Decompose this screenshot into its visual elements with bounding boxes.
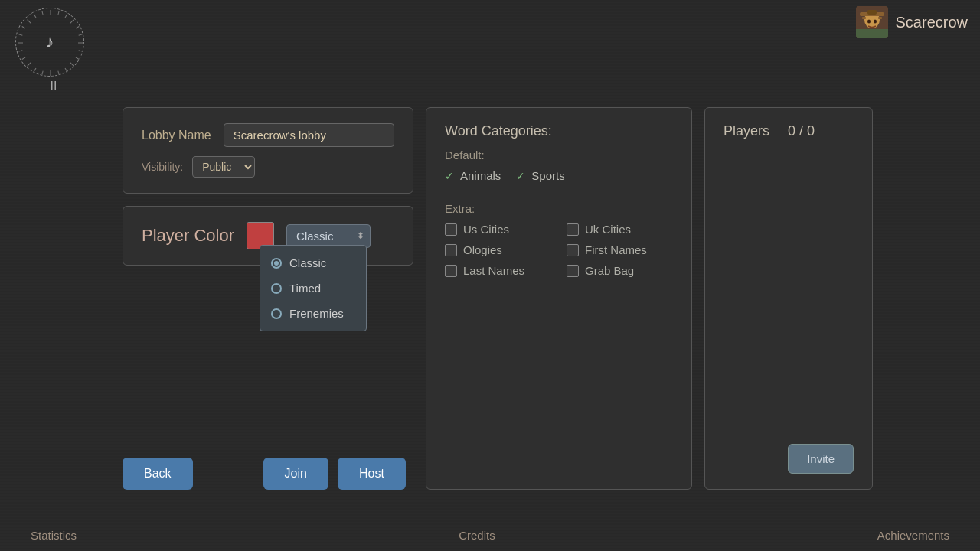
- category-animals-label: Animals: [460, 169, 501, 182]
- category-ologies: Ologies: [445, 243, 551, 256]
- svg-line-24: [28, 62, 31, 66]
- category-sports-label: Sports: [531, 169, 564, 182]
- mode-frenemies-label: Frenemies: [289, 307, 344, 320]
- music-circle[interactable]: ♪: [15, 8, 84, 77]
- main-area: Lobby Name Visibility: Public Private Pl…: [122, 107, 873, 490]
- us-cities-label: Us Cities: [463, 223, 509, 236]
- lobby-panel: Lobby Name Visibility: Public Private: [122, 107, 413, 194]
- lobby-name-label: Lobby Name: [142, 129, 211, 142]
- radio-frenemies: [271, 308, 282, 319]
- mode-option-classic-item[interactable]: Classic: [260, 250, 366, 276]
- category-uk-cities: Uk Cities: [567, 223, 673, 236]
- svg-line-31: [34, 15, 37, 18]
- extra-categories-grid: Us Cities Uk Cities Ologies First Names …: [445, 223, 673, 277]
- svg-line-10: [58, 11, 59, 15]
- lobby-name-input[interactable]: [224, 123, 394, 147]
- right-panel: Players 0 / 0 Invite: [704, 107, 873, 490]
- category-us-cities: Us Cities: [445, 223, 551, 236]
- svg-rect-3: [878, 17, 882, 19]
- default-label: Default:: [445, 148, 673, 161]
- visibility-select[interactable]: Public Private: [192, 156, 255, 178]
- svg-line-12: [70, 20, 74, 24]
- visibility-label: Visibility:: [142, 161, 183, 173]
- music-player[interactable]: ♪ II: [15, 8, 92, 99]
- svg-line-30: [28, 20, 31, 24]
- checkbox-ologies[interactable]: [445, 244, 457, 256]
- svg-line-17: [76, 57, 79, 60]
- visibility-row: Visibility: Public Private: [142, 156, 394, 178]
- svg-rect-7: [867, 10, 877, 15]
- svg-line-16: [79, 51, 83, 51]
- default-categories: ✓ Animals ✓ Sports: [445, 169, 673, 188]
- svg-line-32: [42, 11, 43, 15]
- players-title: Players: [724, 123, 769, 139]
- svg-rect-2: [862, 17, 866, 19]
- back-button[interactable]: Back: [122, 458, 193, 490]
- statistics-link[interactable]: Statistics: [31, 529, 77, 542]
- grab-bag-label: Grab Bag: [585, 264, 634, 277]
- svg-rect-8: [856, 29, 888, 38]
- svg-line-23: [34, 68, 37, 71]
- buttons-row: Back Join Host: [122, 458, 413, 490]
- word-categories-title: Word Categories:: [445, 123, 673, 139]
- credits-link[interactable]: Credits: [459, 529, 495, 542]
- first-names-label: First Names: [585, 243, 647, 256]
- radio-timed: [271, 283, 282, 294]
- svg-point-4: [867, 20, 871, 24]
- category-sports: ✓ Sports: [516, 169, 564, 182]
- player-color-label: Player Color: [142, 226, 234, 246]
- checkbox-last-names[interactable]: [445, 265, 457, 277]
- svg-line-25: [22, 57, 25, 60]
- players-header: Players 0 / 0: [724, 123, 854, 139]
- svg-line-29: [22, 27, 25, 29]
- svg-line-22: [42, 71, 43, 75]
- username-label: Scarecrow: [896, 14, 968, 31]
- mode-option-timed-item[interactable]: Timed: [260, 276, 366, 301]
- svg-line-19: [65, 68, 67, 71]
- category-animals: ✓ Animals: [445, 169, 501, 182]
- svg-line-28: [18, 34, 22, 35]
- word-categories-panel: Word Categories: Default: ✓ Animals ✓ Sp…: [426, 107, 692, 490]
- host-button[interactable]: Host: [338, 458, 406, 490]
- category-grab-bag: Grab Bag: [567, 264, 673, 277]
- svg-line-20: [58, 71, 59, 75]
- svg-line-13: [76, 27, 79, 29]
- ologies-label: Ologies: [463, 243, 502, 256]
- players-count: 0 / 0: [788, 123, 815, 139]
- join-button[interactable]: Join: [263, 458, 328, 490]
- mode-timed-label: Timed: [289, 282, 321, 295]
- radio-classic: [271, 258, 282, 269]
- uk-cities-label: Uk Cities: [585, 223, 631, 236]
- avatar: [856, 6, 888, 38]
- achievements-link[interactable]: Achievements: [877, 529, 949, 542]
- mode-select[interactable]: Classic Timed Frenemies: [286, 224, 371, 248]
- checkbox-us-cities[interactable]: [445, 223, 457, 236]
- checkbox-grab-bag[interactable]: [567, 265, 579, 277]
- check-sports-icon: ✓: [516, 170, 525, 182]
- player-color-panel: Player Color Classic Timed Frenemies Cla…: [122, 206, 413, 266]
- left-panel: Lobby Name Visibility: Public Private Pl…: [122, 107, 413, 490]
- mode-dropdown: Classic Timed Frenemies: [260, 245, 367, 331]
- players-list: [724, 155, 854, 444]
- category-last-names: Last Names: [445, 264, 551, 277]
- middle-panel: Word Categories: Default: ✓ Animals ✓ Sp…: [426, 107, 692, 490]
- svg-line-11: [65, 15, 67, 18]
- lobby-name-row: Lobby Name: [142, 123, 394, 147]
- invite-button[interactable]: Invite: [788, 444, 854, 474]
- checkbox-first-names[interactable]: [567, 244, 579, 256]
- last-names-label: Last Names: [463, 264, 524, 277]
- music-pause-label: II: [15, 80, 92, 93]
- extra-label: Extra:: [445, 202, 673, 215]
- checkbox-uk-cities[interactable]: [567, 223, 579, 236]
- mode-option-frenemies-item[interactable]: Frenemies: [260, 301, 366, 326]
- svg-line-14: [79, 34, 83, 35]
- category-first-names: First Names: [567, 243, 673, 256]
- svg-point-5: [874, 20, 877, 24]
- avatar-image: [856, 6, 888, 38]
- top-bar: Scarecrow: [844, 0, 980, 44]
- mode-classic-label: Classic: [289, 256, 326, 269]
- check-animals-icon: ✓: [445, 170, 454, 182]
- svg-line-26: [18, 51, 22, 51]
- mode-select-wrapper: Classic Timed Frenemies: [286, 224, 371, 248]
- tick-ring-svg: [16, 8, 85, 77]
